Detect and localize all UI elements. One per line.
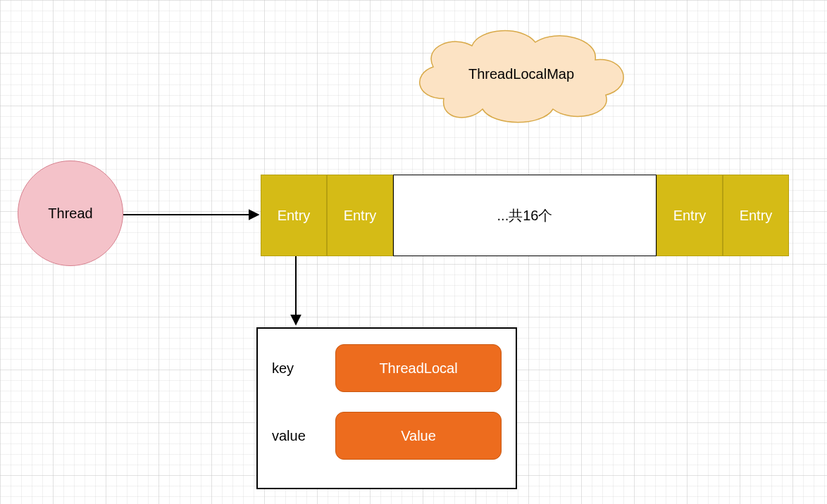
- thread-label: Thread: [48, 206, 92, 222]
- detail-row-value: value Value: [272, 412, 502, 460]
- entry-box-0: Entry: [261, 175, 327, 256]
- entry-box-2: Entry: [657, 175, 723, 256]
- arrow-entry-to-detail-icon: [289, 256, 303, 329]
- cloud-threadlocalmap: ThreadLocalMap: [402, 21, 641, 127]
- entry-array: Entry Entry ...共16个 Entry Entry: [261, 175, 789, 256]
- detail-key-pill: ThreadLocal: [335, 344, 502, 392]
- detail-key-label: key: [272, 360, 335, 377]
- entry-detail-box: key ThreadLocal value Value: [256, 327, 517, 489]
- detail-row-key: key ThreadLocal: [272, 344, 502, 392]
- entry-middle-ellipsis: ...共16个: [393, 175, 657, 256]
- detail-value-label: value: [272, 428, 335, 444]
- entry-box-1: Entry: [327, 175, 393, 256]
- entry-label: Entry: [344, 208, 377, 224]
- thread-node: Thread: [18, 160, 123, 266]
- entry-label: Entry: [740, 208, 773, 224]
- entry-label: Entry: [278, 208, 311, 224]
- arrow-thread-to-array-icon: [123, 208, 264, 222]
- entry-label: Entry: [673, 208, 707, 224]
- cloud-label: ThreadLocalMap: [468, 66, 574, 82]
- entry-box-3: Entry: [723, 175, 789, 256]
- entry-middle-label: ...共16个: [497, 206, 553, 225]
- detail-key-value: ThreadLocal: [379, 360, 457, 377]
- detail-value-pill: Value: [335, 412, 502, 460]
- detail-value-value: Value: [401, 428, 436, 444]
